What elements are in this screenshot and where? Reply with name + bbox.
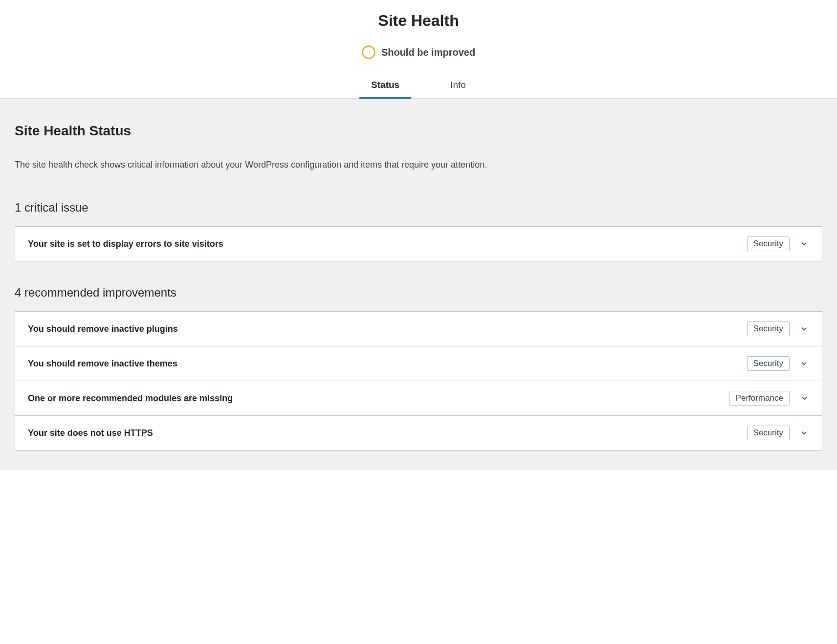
issue-badge: Security xyxy=(747,356,790,371)
status-indicator-icon xyxy=(362,45,375,59)
recommended-issues-list: You should remove inactive plugins Secur… xyxy=(15,311,822,451)
issue-title: Your site does not use HTTPS xyxy=(28,428,153,438)
tab-info[interactable]: Info xyxy=(444,73,472,98)
chevron-down-icon xyxy=(799,359,809,368)
critical-heading: 1 critical issue xyxy=(15,201,822,215)
chevron-down-icon xyxy=(799,324,809,334)
page-title: Site Health xyxy=(0,12,837,30)
chevron-down-icon xyxy=(799,393,809,403)
issue-title: You should remove inactive plugins xyxy=(28,324,178,334)
status-text: Should be improved xyxy=(381,47,475,58)
chevron-down-icon xyxy=(799,239,809,249)
issue-badge: Security xyxy=(747,236,790,251)
issue-right: Security xyxy=(747,236,809,251)
section-title: Site Health Status xyxy=(15,123,822,139)
issue-title: One or more recommended modules are miss… xyxy=(28,393,233,404)
issue-right: Security xyxy=(747,426,809,440)
recommended-heading: 4 recommended improvements xyxy=(15,286,822,300)
issue-badge: Performance xyxy=(729,391,790,406)
header-section: Site Health Should be improved Status In… xyxy=(0,0,837,99)
content-section: Site Health Status The site health check… xyxy=(0,99,837,470)
issue-badge: Security xyxy=(747,426,790,440)
tab-status[interactable]: Status xyxy=(365,73,405,98)
issue-item[interactable]: Your site is set to display errors to si… xyxy=(15,226,822,261)
issue-item[interactable]: Your site does not use HTTPS Security xyxy=(15,416,822,451)
status-row: Should be improved xyxy=(0,45,837,59)
issue-title: You should remove inactive themes xyxy=(28,359,177,369)
issue-right: Performance xyxy=(729,391,809,406)
issue-item[interactable]: You should remove inactive themes Securi… xyxy=(15,346,822,381)
critical-issues-list: Your site is set to display errors to si… xyxy=(15,226,822,261)
section-description: The site health check shows critical inf… xyxy=(15,158,822,172)
issue-title: Your site is set to display errors to si… xyxy=(28,239,223,249)
issue-right: Security xyxy=(747,356,809,371)
issue-right: Security xyxy=(747,322,809,336)
chevron-down-icon xyxy=(799,428,809,438)
tabs: Status Info xyxy=(0,73,837,99)
issue-item[interactable]: One or more recommended modules are miss… xyxy=(15,381,822,416)
issue-item[interactable]: You should remove inactive plugins Secur… xyxy=(15,311,822,346)
issue-badge: Security xyxy=(747,322,790,336)
